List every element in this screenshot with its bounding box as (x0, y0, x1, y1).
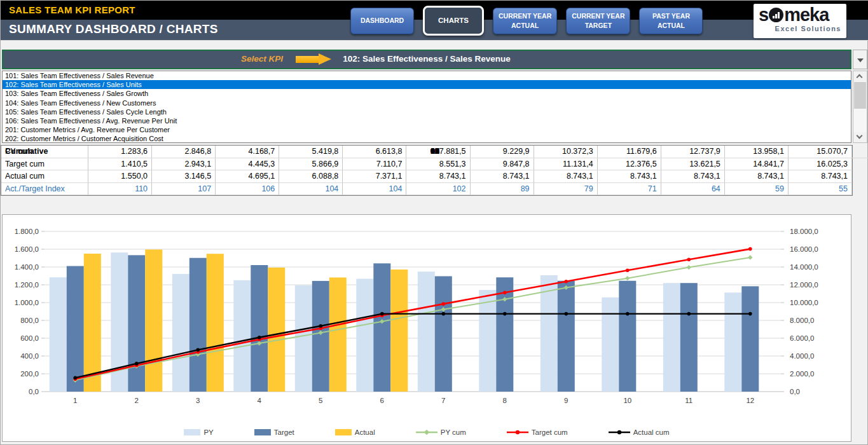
table-cell-value: 3.146,5 (152, 170, 216, 183)
past-year-actual-button[interactable]: PAST YEAR ACTUAL (639, 8, 703, 34)
legend-item-target: Target (254, 428, 294, 436)
bar-target (67, 266, 84, 392)
table-cell-value: 13.621,5 (661, 158, 725, 171)
right-axis-label: 16.000,0 (790, 245, 818, 253)
bar-target (312, 281, 329, 392)
table-row-label: Target cum (1, 158, 88, 171)
bar-py (541, 275, 558, 392)
legend-item-actual-cum: Actual cum (609, 428, 670, 436)
line-target-cum-marker (626, 269, 630, 273)
line-actual-cum-marker (565, 312, 568, 316)
table-cell-value: 7.371,1 (343, 170, 406, 183)
table-cell-value: 6.088,8 (279, 170, 343, 183)
line-actual-cum-marker (319, 324, 323, 328)
table-cell-value: 4.695,1 (216, 170, 279, 183)
line-actual-cum-marker (442, 312, 446, 316)
bar-py (295, 285, 312, 392)
line-actual-cum-marker (626, 312, 630, 316)
left-axis-label: 1.200,0 (15, 281, 39, 289)
bar-target (435, 277, 452, 392)
logo-chart-icon (769, 8, 783, 22)
line-actual-cum-marker (258, 336, 261, 339)
cumulative-table: Cumulative010203040506070809101112PY cum… (1, 145, 853, 196)
kpi-list-item[interactable]: 103: Sales Team Effectiveness / Sales Gr… (3, 89, 851, 98)
bar-actual (207, 254, 224, 392)
right-axis-label: 0,0 (790, 388, 800, 395)
chart-legend: PYTargetActualPY cumTarget cumActual cum (3, 428, 851, 436)
combo-chart-canvas: 0,00,0200,02.000,0400,04.000,0600,06.000… (3, 215, 851, 411)
table-cell-value: 7.110,7 (343, 158, 406, 171)
right-axis-label: 8.000,0 (790, 317, 814, 324)
bar-py (479, 290, 496, 392)
kpi-list-item[interactable]: 201: Customer Metrics / Avg. Revenue Per… (3, 125, 851, 134)
kpi-list-item[interactable]: 104: Sales Team Effectiveness / New Cust… (3, 99, 851, 107)
bar-target (128, 255, 145, 392)
charts-button[interactable]: CHARTS (423, 6, 484, 36)
table-cell-value: 104 (279, 183, 343, 196)
line-actual-cum-marker (135, 362, 139, 366)
bar-target (619, 281, 636, 392)
table-row-label: Act./Target Index (1, 183, 88, 196)
line-target-cum-marker (503, 291, 507, 294)
table-cell-value: 8.743,1 (534, 170, 598, 183)
kpi-list-scrollbar[interactable] (853, 71, 867, 143)
bar-py (172, 274, 189, 392)
table-cell-value: 14.841,7 (725, 158, 789, 171)
bar-py (356, 279, 373, 392)
table-cell-value: 1.410,5 (88, 158, 152, 171)
left-axis-label: 1.400,0 (15, 263, 39, 271)
right-axis-label: 14.000,0 (790, 263, 818, 271)
line-target-cum-marker (687, 257, 691, 261)
scroll-up-button[interactable] (853, 71, 867, 81)
left-axis-label: 1.600,0 (15, 245, 39, 253)
table-cell-value: 71 (598, 183, 661, 196)
table-cell-value: 2.943,1 (152, 158, 216, 171)
kpi-dropdown-button[interactable] (853, 50, 867, 69)
x-axis-label: 10 (623, 397, 631, 404)
app-frame: SALES TEAM KPI REPORT SUMMARY DASHBOARD … (0, 0, 868, 445)
kpi-listbox: 101: Sales Team Effectiveness / Sales Re… (2, 71, 851, 143)
x-axis-label: 11 (685, 397, 692, 404)
line-actual-cum-marker (380, 312, 384, 316)
kpi-selector-bar: Select KPI 102: Sales Effectiveness / Sa… (2, 50, 851, 69)
left-axis-label: 1.000,0 (15, 299, 39, 306)
legend-item-actual: Actual (335, 428, 375, 436)
line-py-cum-marker (748, 255, 752, 259)
table-cell-value: 16.025,3 (789, 158, 852, 171)
table-cell-value: 104 (343, 183, 406, 196)
nav-button-row: DASHBOARD CHARTS CURRENT YEAR ACTUAL CUR… (350, 1, 703, 41)
current-year-target-button[interactable]: CURRENT YEAR TARGET (566, 8, 630, 34)
selected-kpi-value: 102: Sales Effectiveness / Sales Revenue (3, 54, 850, 64)
table-cell-value: 11.131,4 (534, 158, 598, 171)
table-cell-value: 4.445,3 (216, 158, 279, 171)
dashboard-button[interactable]: DASHBOARD (350, 8, 414, 34)
kpi-list-item[interactable]: 202: Customer Metrics / Customer Acquisi… (3, 134, 851, 143)
logo-subtitle: Excel Solutions (759, 25, 841, 32)
table-cell-value: 8.743,1 (725, 170, 789, 183)
legend-item-py: PY (184, 428, 213, 436)
scroll-down-button[interactable] (853, 132, 867, 142)
scrollbar-thumb[interactable] (854, 82, 866, 109)
bar-py (724, 292, 741, 392)
bar-actual (390, 270, 408, 392)
kpi-list-item[interactable]: 105: Sales Team Effectiveness / Sales Cy… (3, 107, 851, 116)
table-cell-value: 1.550,0 (88, 170, 152, 183)
table-cell-value: 79 (534, 183, 598, 196)
line-actual-cum-marker (748, 312, 752, 316)
kpi-list-item[interactable]: 101: Sales Team Effectiveness / Sales Re… (3, 71, 851, 80)
bar-py (418, 271, 435, 392)
line-actual-cum-marker (74, 376, 78, 380)
x-axis-label: 6 (380, 397, 384, 404)
x-axis-label: 3 (196, 397, 200, 404)
table-cell-value: 12.376,5 (598, 158, 661, 171)
table-cell-value: 8.743,1 (471, 170, 534, 183)
kpi-list-item[interactable]: 106: Sales Team Effectiveness / Avg. Rev… (3, 116, 851, 125)
right-axis-label: 4.000,0 (790, 352, 814, 360)
chevron-down-icon (857, 58, 864, 62)
x-axis-label: 12 (746, 397, 754, 404)
current-year-actual-button[interactable]: CURRENT YEAR ACTUAL (493, 8, 557, 34)
kpi-list-item[interactable]: 102: Sales Team Effectiveness / Sales Un… (3, 80, 851, 89)
left-axis-label: 400,0 (20, 352, 39, 360)
bar-target (189, 258, 207, 392)
right-axis-label: 10.000,0 (790, 299, 818, 306)
